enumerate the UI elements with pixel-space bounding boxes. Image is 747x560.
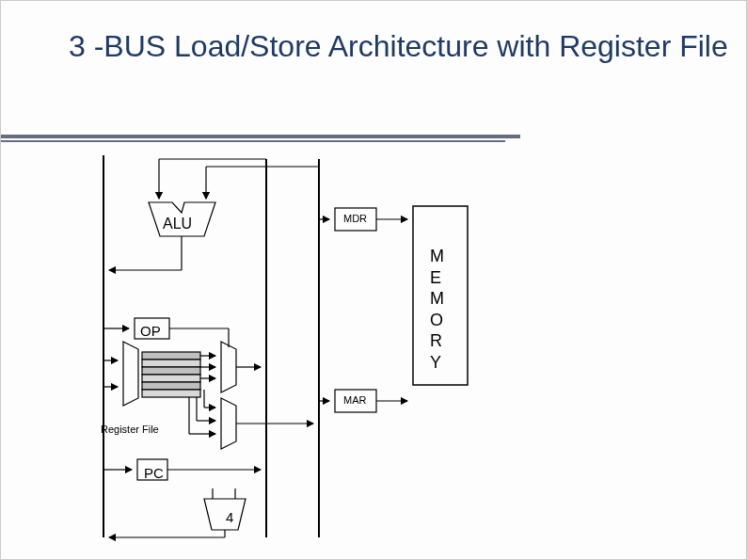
alu-block-label: ALU — [163, 216, 192, 232]
svg-rect-30 — [142, 390, 200, 397]
svg-marker-32 — [221, 398, 236, 449]
memory-line: M — [430, 246, 444, 267]
op-block-label: OP — [140, 323, 161, 339]
pc-block-label: PC — [144, 465, 164, 481]
memory-line: R — [430, 330, 444, 352]
register-file-label: Register File — [101, 424, 159, 435]
svg-marker-31 — [221, 342, 236, 392]
svg-marker-47 — [204, 499, 246, 530]
svg-rect-26 — [142, 360, 200, 367]
memory-line: Y — [430, 352, 444, 374]
memory-line: M — [430, 288, 444, 310]
svg-marker-22 — [123, 342, 138, 406]
mdr-block-label: MDR — [343, 213, 367, 224]
svg-rect-27 — [142, 367, 200, 375]
svg-rect-25 — [142, 352, 200, 360]
svg-rect-28 — [142, 375, 200, 382]
memory-line: O — [430, 310, 444, 331]
memory-block-label: M E M O R Y — [430, 246, 444, 373]
mar-block-label: MAR — [343, 394, 366, 406]
memory-line: E — [430, 267, 444, 289]
svg-rect-29 — [142, 382, 200, 390]
architecture-diagram — [1, 1, 747, 560]
increment-const-label: 4 — [226, 509, 233, 525]
